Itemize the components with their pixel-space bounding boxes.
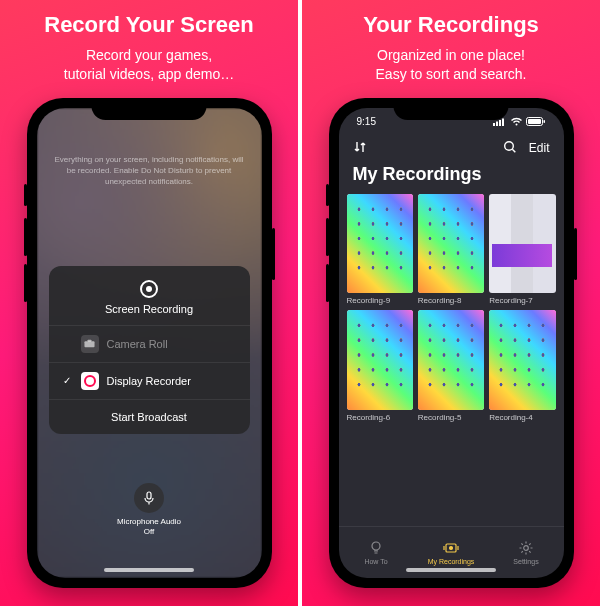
recording-label: Recording-7: [489, 296, 555, 305]
start-broadcast-button[interactable]: Start Broadcast: [49, 399, 250, 434]
microphone-toggle[interactable]: Microphone AudioOff: [37, 483, 262, 538]
recording-tile[interactable]: Recording-7: [489, 194, 555, 306]
microphone-icon: [134, 483, 164, 513]
section-title: My Recordings: [353, 164, 482, 185]
panel-title: Record Your Screen: [44, 12, 253, 38]
tab-settings[interactable]: Settings: [489, 527, 564, 578]
option-display-recorder[interactable]: ✓ Display Recorder: [49, 362, 250, 399]
phone-frame: Everything on your screen, including not…: [27, 98, 272, 588]
volume-down-button: [24, 264, 27, 302]
broadcast-sheet: Screen Recording Camera Roll ✓ Display R…: [49, 266, 250, 434]
recording-disclaimer: Everything on your screen, including not…: [55, 154, 244, 188]
search-icon: [503, 140, 517, 154]
checkmark-icon: ✓: [63, 375, 73, 386]
search-button[interactable]: [503, 140, 517, 157]
signal-icon: [493, 117, 507, 126]
microphone-label: Microphone AudioOff: [117, 517, 181, 538]
recording-tile[interactable]: Recording-8: [418, 194, 484, 306]
svg-rect-2: [147, 492, 151, 499]
edit-button[interactable]: Edit: [529, 141, 550, 155]
display-recorder-icon: [81, 372, 99, 390]
svg-point-14: [524, 545, 529, 550]
recording-thumbnail: [347, 310, 413, 409]
option-label: Display Recorder: [107, 375, 191, 387]
side-button: [574, 228, 577, 280]
volume-down-button: [326, 264, 329, 302]
recordings-icon: [442, 540, 460, 556]
svg-rect-1: [88, 340, 92, 342]
side-button: [272, 228, 275, 280]
sheet-header: Screen Recording: [49, 278, 250, 325]
recording-thumbnail: [347, 194, 413, 293]
recording-label: Recording-4: [489, 413, 555, 422]
svg-point-13: [450, 546, 453, 549]
recording-label: Recording-6: [347, 413, 413, 422]
recording-tile[interactable]: Recording-6: [347, 310, 413, 422]
recording-thumbnail: [489, 310, 555, 410]
battery-icon: [526, 117, 546, 126]
option-camera-roll[interactable]: Camera Roll: [49, 325, 250, 362]
notch: [92, 98, 207, 120]
svg-rect-9: [543, 120, 545, 123]
recording-tile[interactable]: Recording-5: [418, 310, 484, 422]
svg-point-10: [505, 141, 514, 150]
gear-icon: [518, 540, 534, 556]
recording-tile[interactable]: Recording-4: [489, 310, 555, 422]
panel-subtitle: Organized in one place! Easy to sort and…: [376, 46, 527, 84]
option-label: Camera Roll: [107, 338, 168, 350]
home-indicator[interactable]: [104, 568, 194, 572]
recording-tile[interactable]: Recording-9: [347, 194, 413, 306]
sheet-title: Screen Recording: [49, 303, 250, 315]
mute-switch: [24, 184, 27, 206]
recording-thumbnail: [418, 310, 484, 409]
svg-rect-0: [84, 341, 94, 347]
recording-thumbnail: [489, 194, 555, 294]
status-bar: 9:15: [339, 112, 564, 132]
camera-roll-icon: [81, 335, 99, 353]
panel-title: Your Recordings: [363, 12, 539, 38]
svg-rect-8: [528, 119, 541, 124]
recording-label: Recording-5: [418, 413, 484, 422]
svg-rect-5: [499, 120, 501, 126]
record-icon: [140, 280, 158, 298]
svg-rect-3: [493, 123, 495, 126]
svg-point-11: [372, 542, 380, 550]
mute-switch: [326, 184, 329, 206]
svg-rect-4: [496, 122, 498, 127]
sort-icon: [353, 140, 367, 154]
volume-up-button: [24, 218, 27, 256]
promo-panel-record: Record Your Screen Record your games, tu…: [0, 0, 298, 606]
recording-label: Recording-9: [347, 296, 413, 305]
volume-up-button: [326, 218, 329, 256]
recording-label: Recording-8: [418, 296, 484, 305]
recordings-grid[interactable]: Recording-9Recording-8Recording-7Recordi…: [347, 194, 556, 522]
sort-button[interactable]: [353, 140, 367, 157]
phone-frame: 9:15 Edit My Recordings: [329, 98, 574, 588]
promo-panel-library: Your Recordings Organized in one place! …: [298, 0, 600, 606]
wifi-icon: [510, 117, 523, 126]
panel-subtitle: Record your games, tutorial videos, app …: [64, 46, 234, 84]
status-time: 9:15: [357, 116, 376, 127]
svg-rect-6: [502, 119, 504, 127]
recording-thumbnail: [418, 194, 484, 293]
tab-howto[interactable]: How To: [339, 527, 414, 578]
lightbulb-icon: [368, 540, 384, 556]
home-indicator[interactable]: [406, 568, 496, 572]
